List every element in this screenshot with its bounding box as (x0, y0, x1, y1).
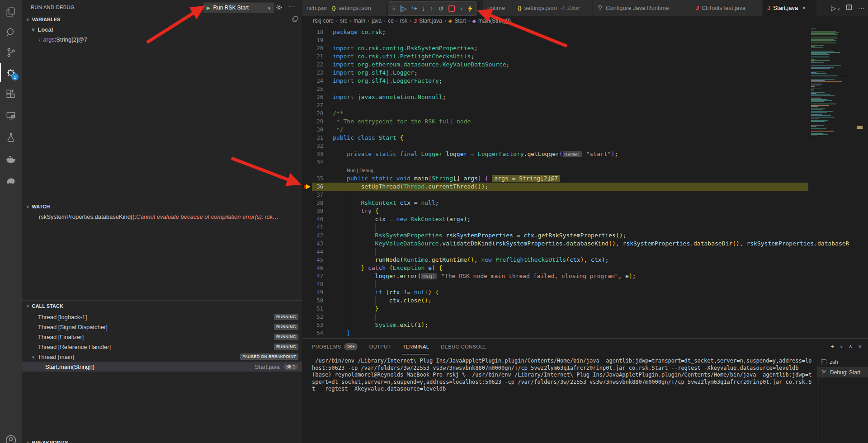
breakpoints-section-header[interactable]: ∨ BREAKPOINTS (22, 438, 302, 443)
split-editor-icon[interactable] (846, 4, 852, 12)
breadcrumb-item[interactable]: rskj-core (313, 18, 334, 24)
breadcrumb-item[interactable]: src (340, 18, 347, 24)
code-line-29[interactable]: 29 * The entrypoint for the RSK full nod… (302, 118, 808, 126)
code-line-52[interactable]: 52 (302, 313, 808, 321)
line-number[interactable]: 33 (302, 150, 323, 158)
code-line-42[interactable]: 42RskSystemProperties rskSystemPropertie… (302, 231, 808, 240)
line-number[interactable]: 45 (302, 256, 323, 264)
launch-configuration-dropdown[interactable]: ▶ Run RSK Start ∨ (203, 2, 274, 13)
editor-more-actions-icon[interactable]: ··· (858, 5, 864, 12)
line-number[interactable]: 25 (302, 85, 323, 93)
stack-frame-row[interactable]: Start.main(String[])Start.java36:1 (22, 362, 302, 372)
code-editor[interactable]: 17*/18package co.rsk;1920import co.rsk.c… (302, 26, 868, 338)
code-line-41[interactable]: 41 (302, 223, 808, 231)
breadcrumb-item[interactable]: Start.java (419, 18, 442, 24)
code-line-53[interactable]: 53System.exit(1); (302, 321, 808, 329)
line-number[interactable]: 30 (302, 126, 323, 134)
line-number[interactable]: 26 (302, 93, 323, 101)
run-and-debug-icon[interactable]: 1 (0, 62, 22, 82)
code-line-50[interactable]: 50ctx.close(); (302, 297, 808, 305)
watch-expression-row[interactable]: rskSystemProperties.databaseKind(): Cann… (22, 212, 293, 222)
line-number[interactable]: 43 (302, 240, 323, 248)
code-line-46[interactable]: 46} catch (Exception e) { (302, 264, 808, 272)
line-number[interactable]: 38 (302, 199, 323, 207)
line-number[interactable]: 29 (302, 118, 323, 126)
line-number[interactable]: 53 (302, 321, 323, 329)
call-stack-thread-row[interactable]: Thread [Signal Dispatcher]RUNNING (22, 322, 302, 332)
breadcrumb-item[interactable]: java (372, 18, 382, 24)
line-number[interactable]: 48 (302, 280, 323, 288)
debug-settings-gear-icon[interactable] (276, 4, 283, 12)
line-number[interactable]: 50 (302, 297, 323, 305)
search-icon[interactable] (0, 23, 22, 42)
line-number[interactable]: 31 (302, 134, 323, 142)
line-number[interactable]: 28 (302, 109, 323, 118)
line-number[interactable]: 47 (302, 272, 323, 280)
line-number[interactable]: 52 (302, 313, 323, 321)
call-stack-thread-row[interactable]: Thread [logback-1]RUNNING (22, 312, 302, 322)
line-number[interactable]: 37 (302, 191, 323, 199)
variable-row[interactable]: ›args: String[2]@7 (22, 34, 302, 44)
code-line-34[interactable]: 34 (302, 158, 808, 166)
line-number[interactable]: 49 (302, 288, 323, 297)
code-line-21[interactable]: 21import co.rsk.util.PreflightChecksUtil… (302, 52, 808, 61)
code-line-27[interactable]: 27 (302, 101, 808, 109)
step-into-icon[interactable]: ↓ (422, 5, 425, 12)
toolbar-drag-grip-icon[interactable]: ⠿ (392, 5, 396, 12)
accounts-icon[interactable] (0, 430, 22, 443)
line-number[interactable]: 54 (302, 329, 323, 337)
restart-icon[interactable]: ↺ (439, 5, 444, 12)
call-stack-thread-row[interactable]: ∨Thread [main]PAUSED ON BREAKPOINT (22, 352, 302, 362)
stop-icon[interactable] (448, 5, 455, 12)
code-line-47[interactable]: 47logger.error(msg: "The RSK node main t… (302, 272, 808, 280)
breadcrumb-item[interactable]: Start (454, 18, 466, 24)
twistie-icon[interactable]: › (39, 37, 40, 42)
breadcrumb-item[interactable]: rsk (400, 18, 407, 24)
line-number[interactable]: 19 (302, 36, 323, 44)
line-number[interactable]: 39 (302, 207, 323, 215)
minimap[interactable] (808, 26, 853, 338)
code-line-20[interactable]: 20import co.rsk.config.RskSystemProperti… (302, 44, 808, 52)
code-line-54[interactable]: 54} (302, 329, 808, 337)
line-number[interactable]: 40 (302, 215, 323, 223)
close-icon[interactable]: × (802, 5, 806, 11)
docker-icon[interactable] (0, 149, 22, 169)
terminal-instance-zsh[interactable]: ›zsh (817, 357, 868, 367)
code-line-45[interactable]: 45runNode(Runtime.getRuntime(), new Pref… (302, 256, 808, 264)
code-line-22[interactable]: 22import org.ethereum.datasource.KeyValu… (302, 61, 808, 69)
code-line-25[interactable]: 25 (302, 85, 808, 93)
line-number[interactable]: 32 (302, 142, 323, 150)
codelens-run-debug[interactable]: Run | Debug (347, 166, 373, 174)
run-java-icon[interactable]: ▷ ∨ (831, 5, 840, 12)
code-line-31[interactable]: 31public class Start { (302, 134, 808, 142)
breadcrumb-item[interactable]: main(String[]) (478, 18, 511, 24)
step-out-icon[interactable]: ↑ (430, 5, 434, 12)
code-line-23[interactable]: 23import org.slf4j.Logger; (302, 69, 808, 77)
code-line-44[interactable]: 44 (302, 248, 808, 256)
line-number[interactable]: 20 (302, 44, 323, 52)
call-stack-thread-row[interactable]: Thread [Finalizer]RUNNING (22, 332, 302, 342)
launch-profile-chevron-icon[interactable]: ∨ (840, 344, 843, 349)
code-line-26[interactable]: 26import javax.annotation.Nonnull; (302, 93, 808, 101)
tab-CliToolsTest.java[interactable]: JCliToolsTest.java (691, 0, 763, 16)
line-number[interactable]: 27 (302, 101, 323, 109)
breadcrumb-item[interactable]: main (354, 18, 365, 24)
line-number[interactable]: 41 (302, 223, 323, 231)
tab-settings.json[interactable]: {}settings.json (327, 0, 392, 16)
tab-settings.json[interactable]: {}settings.json~/.../User (513, 0, 593, 16)
maximize-panel-icon[interactable]: ∧ (849, 344, 852, 349)
panel-tab-output[interactable]: OUTPUT (369, 339, 391, 354)
panel-tab-problems[interactable]: PROBLEMS1K+ (312, 339, 358, 354)
line-number[interactable]: 21 (302, 52, 323, 61)
continue-icon[interactable]: ▷ (401, 5, 407, 12)
start-debugging-icon[interactable]: ▶ (207, 5, 210, 11)
new-terminal-icon[interactable]: + (830, 343, 834, 350)
line-number[interactable]: 18 (302, 28, 323, 36)
testing-icon[interactable] (0, 127, 22, 147)
tab-nch.json[interactable]: nch.json (302, 0, 327, 16)
code-line-39[interactable]: 39try { (302, 207, 808, 215)
terminal-output[interactable]: /usr/bin/env /Library/Internet\ Plug-Ins… (312, 358, 811, 441)
code-line-49[interactable]: 49if (ctx != null) { (302, 288, 808, 297)
code-line-24[interactable]: 24import org.slf4j.LoggerFactory; (302, 77, 808, 85)
code-line-19[interactable]: 19 (302, 36, 808, 44)
